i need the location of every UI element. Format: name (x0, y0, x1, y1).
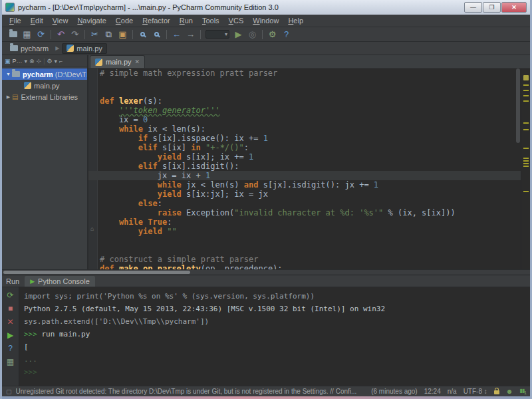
console-line: import sys; print('Python %s on %s' % (s… (24, 290, 530, 303)
menu-item-code[interactable]: Code (111, 16, 138, 25)
run-icon[interactable]: ▶ (231, 29, 245, 41)
menu-item-tools[interactable]: Tools (198, 16, 224, 25)
close-button[interactable]: ✕ (501, 2, 527, 13)
menu-item-help[interactable]: Help (283, 16, 308, 25)
back-icon[interactable]: ← (170, 29, 184, 41)
tree-expand-arrow[interactable]: ▼ (5, 72, 12, 76)
copy-icon[interactable]: ⧉ (102, 29, 116, 41)
redo-icon[interactable]: ↷ (68, 29, 82, 41)
code-line (88, 87, 521, 96)
gear-dropdown-icon[interactable]: ▾ (55, 58, 58, 65)
tree-item-pycharm[interactable]: ▼pycharm(D:\Dev\Tmp (2, 68, 87, 80)
event-log-icon[interactable]: ▮▮1 (519, 388, 526, 395)
tree-item-label: External Libraries (21, 93, 78, 101)
chevron-down-icon[interactable]: ▾ (25, 58, 28, 65)
run-play-icon: ▶ (30, 278, 35, 285)
tab-python-console[interactable]: ▶ Python Console (25, 276, 95, 287)
open-file-icon (9, 31, 17, 37)
hscroll-thumb[interactable] (3, 271, 190, 274)
replace-icon[interactable] (150, 29, 164, 41)
warning-mark (523, 191, 529, 192)
find-icon (140, 32, 145, 37)
help-icon[interactable]: ? (8, 344, 13, 353)
line-separator[interactable]: n/a (448, 388, 457, 395)
python-console-output[interactable]: import sys; print('Python %s on %s' % (s… (20, 287, 530, 386)
console-toolbar: ⟳■✕▶?▦ (2, 287, 19, 386)
debug-icon[interactable]: ◎ (245, 29, 259, 41)
toolwindow-toggle-icon[interactable]: ▢ (6, 388, 12, 395)
warning-mark (523, 163, 529, 164)
console-line: [ (24, 340, 530, 353)
minimize-button[interactable]: — (464, 2, 482, 13)
menu-item-navigate[interactable]: Navigate (72, 16, 110, 25)
scroll-from-source-icon[interactable]: ⊹ (37, 58, 42, 65)
menu-item-edit[interactable]: Edit (26, 16, 48, 25)
code-line: else: (88, 199, 521, 208)
file-encoding[interactable]: UTF-8 ↕ (464, 388, 487, 395)
stop-icon[interactable]: ■ (8, 305, 13, 313)
close-icon[interactable]: ✕ (7, 318, 13, 327)
rerun-icon[interactable]: ⟳ (7, 291, 13, 300)
console-settings-icon[interactable]: ▦ (7, 358, 14, 366)
project-tool-window: ▣P…▾⊗⊹|⚙▾⌐ ▼pycharm(D:\Dev\Tmpmain.py▶▤E… (2, 55, 88, 269)
tree-item-label: pycharm (23, 70, 53, 78)
caret-position[interactable]: 12:24 (424, 388, 441, 395)
maximize-button[interactable]: ❐ (483, 2, 501, 13)
menu-item-view[interactable]: View (48, 16, 73, 25)
help-icon[interactable]: ? (279, 29, 293, 41)
menu-item-window[interactable]: Window (248, 16, 283, 25)
code-line: elif s[ix] in "+-*/()": (88, 143, 521, 152)
tree-item-path: (D:\Dev\Tmp (55, 70, 87, 78)
menu-item-vcs[interactable]: VCS (224, 16, 249, 25)
lock-icon[interactable] (494, 390, 499, 394)
play-icon[interactable]: ▶ (7, 331, 13, 340)
editor-vertical-scrollbar[interactable] (516, 68, 520, 143)
run-config-combo[interactable]: ▾ (205, 30, 229, 39)
paste-icon[interactable]: ▣ (116, 29, 130, 41)
code-line: yield s[ix:jx]; ix = jx (88, 190, 521, 199)
cut-icon[interactable]: ✂ (88, 29, 102, 41)
toolbar-separator (51, 30, 51, 39)
save-all-icon[interactable]: ▦ (20, 29, 34, 41)
code-lines: # simple math expression pratt parser de… (88, 68, 521, 269)
settings-icon[interactable]: ⚙ (265, 29, 279, 41)
menu-item-refactor[interactable]: Refactor (138, 16, 175, 25)
tree-expand-arrow[interactable]: ▶ (5, 94, 12, 100)
tab-close-icon[interactable]: ✕ (135, 59, 140, 65)
undo-icon[interactable]: ↶ (54, 29, 68, 41)
main-toolbar: ▦⟳↶↷✂⧉▣←→▾▶◎⚙? (2, 27, 530, 42)
code-line: yield "" (88, 227, 521, 236)
find-icon[interactable] (136, 29, 150, 41)
inspection-status-icon[interactable] (523, 75, 529, 80)
open-file-icon[interactable] (6, 29, 20, 41)
menu-item-run[interactable]: Run (175, 16, 198, 25)
tree-item-main-py[interactable]: main.py (2, 80, 87, 91)
breadcrumb-file[interactable]: main.py (62, 43, 107, 54)
menu-item-file[interactable]: File (5, 16, 26, 25)
gear-icon[interactable]: ⚙ (47, 58, 53, 65)
status-bar: ▢ Unregistered Git root detected: The di… (2, 386, 530, 396)
pycharm-window: pycharm - [D:\Dev\Tmp\pycharm] - ...\mai… (0, 0, 532, 399)
project-view-label[interactable]: P… (13, 58, 23, 65)
warning-mark (523, 158, 529, 159)
hide-panel-icon[interactable]: ⌐ (59, 58, 63, 65)
code-editor[interactable]: ⌂ # simple math expression pratt parser … (88, 68, 530, 269)
collapse-all-icon[interactable]: ⊗ (29, 58, 35, 65)
forward-icon[interactable]: → (184, 29, 198, 41)
breadcrumb-project[interactable]: pycharm (6, 44, 53, 53)
run-tool-window: Run ▶ Python Console ⟳■✕▶?▦ import sys; … (2, 275, 530, 386)
code-line: # construct a simple pratt parser (88, 255, 521, 264)
editor-horizontal-scrollbar[interactable] (2, 269, 530, 275)
synchronize-icon[interactable]: ⟳ (34, 29, 48, 41)
warning-mark (523, 129, 529, 130)
navigation-bar: pycharm ▶ main.py (2, 42, 530, 55)
status-message[interactable]: Unregistered Git root detected: The dire… (16, 388, 368, 395)
code-line: while jx < len(s) and s[jx].isdigit(): j… (88, 180, 521, 190)
toolbar-separator (262, 30, 263, 39)
window-title: pycharm - [D:\Dev\Tmp\pycharm] - ...\mai… (18, 3, 462, 11)
project-view-icon[interactable]: ▣ (5, 58, 11, 65)
replace-icon (154, 32, 159, 37)
tree-item-external-libraries[interactable]: ▶▤External Libraries (2, 91, 87, 102)
hector-inspections-icon[interactable]: ☻ (506, 388, 513, 395)
editor-tab-main-py[interactable]: main.py ✕ (90, 55, 145, 68)
